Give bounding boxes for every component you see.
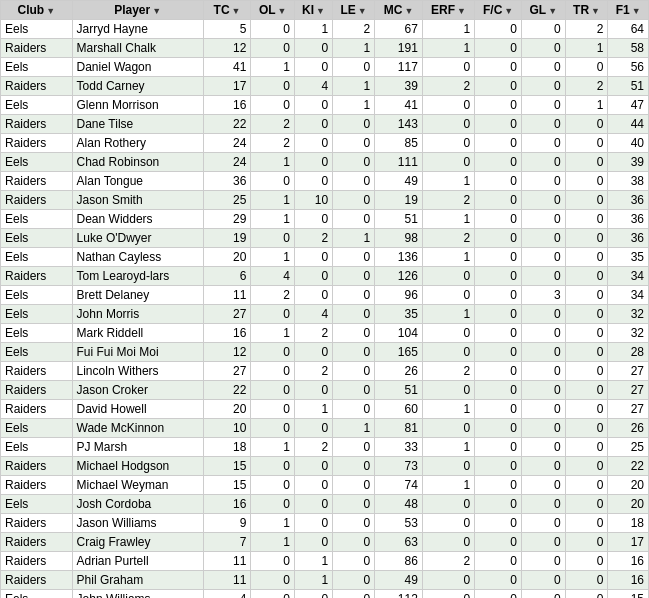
cell-ki: 1 [294, 571, 332, 590]
cell-ol: 0 [251, 362, 295, 381]
cell-le: 0 [333, 495, 375, 514]
cell-tr: 0 [565, 210, 608, 229]
cell-f1: 32 [608, 305, 649, 324]
cell-erf: 2 [422, 229, 474, 248]
cell-f1: 36 [608, 210, 649, 229]
table-row: RaidersMichael Hodgson1500073000022 [1, 457, 649, 476]
col-header-ol[interactable]: OL▼ [251, 1, 295, 20]
cell-ol: 0 [251, 343, 295, 362]
cell-le: 0 [333, 172, 375, 191]
cell-fc: 0 [475, 476, 522, 495]
cell-gl: 0 [522, 533, 566, 552]
cell-le: 0 [333, 153, 375, 172]
cell-ol: 0 [251, 229, 295, 248]
cell-f1: 44 [608, 115, 649, 134]
cell-le: 0 [333, 457, 375, 476]
cell-tc: 9 [203, 514, 251, 533]
cell-ki: 0 [294, 248, 332, 267]
cell-fc: 0 [475, 343, 522, 362]
cell-player: Dane Tilse [72, 115, 203, 134]
cell-club: Raiders [1, 400, 73, 419]
cell-erf: 0 [422, 419, 474, 438]
cell-player: Wade McKinnon [72, 419, 203, 438]
cell-gl: 0 [522, 324, 566, 343]
cell-tc: 7 [203, 533, 251, 552]
cell-le: 0 [333, 362, 375, 381]
cell-ol: 0 [251, 457, 295, 476]
cell-player: Luke O'Dwyer [72, 229, 203, 248]
cell-tc: 11 [203, 286, 251, 305]
cell-fc: 0 [475, 590, 522, 599]
cell-ol: 0 [251, 305, 295, 324]
col-header-player[interactable]: Player▼ [72, 1, 203, 20]
cell-fc: 0 [475, 552, 522, 571]
cell-mc: 111 [375, 153, 423, 172]
cell-tr: 0 [565, 590, 608, 599]
cell-tc: 12 [203, 343, 251, 362]
cell-tc: 36 [203, 172, 251, 191]
cell-mc: 41 [375, 96, 423, 115]
table-row: RaidersPhil Graham1101049000016 [1, 571, 649, 590]
cell-tc: 20 [203, 400, 251, 419]
cell-erf: 0 [422, 381, 474, 400]
table-row: RaidersAdrian Purtell1101086200016 [1, 552, 649, 571]
col-header-erf[interactable]: ERF▼ [422, 1, 474, 20]
cell-mc: 81 [375, 419, 423, 438]
cell-gl: 0 [522, 419, 566, 438]
col-header-tc[interactable]: TC▼ [203, 1, 251, 20]
col-header-ki[interactable]: KI▼ [294, 1, 332, 20]
cell-fc: 0 [475, 153, 522, 172]
col-header-tr[interactable]: TR▼ [565, 1, 608, 20]
cell-erf: 1 [422, 400, 474, 419]
cell-ki: 1 [294, 20, 332, 39]
cell-ki: 0 [294, 381, 332, 400]
col-header-fc[interactable]: F/C▼ [475, 1, 522, 20]
cell-le: 0 [333, 438, 375, 457]
cell-ol: 1 [251, 438, 295, 457]
cell-player: Tom Learoyd-lars [72, 267, 203, 286]
cell-ki: 0 [294, 419, 332, 438]
cell-f1: 25 [608, 438, 649, 457]
cell-tr: 0 [565, 267, 608, 286]
cell-fc: 0 [475, 514, 522, 533]
table-row: EelsFui Fui Moi Moi12000165000028 [1, 343, 649, 362]
cell-erf: 0 [422, 514, 474, 533]
cell-ol: 0 [251, 172, 295, 191]
cell-club: Eels [1, 96, 73, 115]
cell-tr: 0 [565, 324, 608, 343]
table-row: RaidersJason Croker2200051000027 [1, 381, 649, 400]
col-header-f1[interactable]: F1▼ [608, 1, 649, 20]
col-header-le[interactable]: LE▼ [333, 1, 375, 20]
cell-mc: 191 [375, 39, 423, 58]
cell-ki: 0 [294, 58, 332, 77]
table-row: RaidersTom Learoyd-lars6400126000034 [1, 267, 649, 286]
cell-f1: 34 [608, 286, 649, 305]
cell-le: 0 [333, 552, 375, 571]
cell-ki: 0 [294, 39, 332, 58]
cell-tc: 17 [203, 77, 251, 96]
cell-player: Chad Robinson [72, 153, 203, 172]
cell-ki: 0 [294, 343, 332, 362]
cell-f1: 47 [608, 96, 649, 115]
cell-f1: 15 [608, 590, 649, 599]
cell-tr: 0 [565, 476, 608, 495]
col-header-mc[interactable]: MC▼ [375, 1, 423, 20]
cell-mc: 49 [375, 172, 423, 191]
cell-fc: 0 [475, 533, 522, 552]
cell-mc: 117 [375, 58, 423, 77]
cell-fc: 0 [475, 400, 522, 419]
cell-fc: 0 [475, 286, 522, 305]
col-header-gl[interactable]: GL▼ [522, 1, 566, 20]
cell-f1: 18 [608, 514, 649, 533]
col-header-club[interactable]: Club▼ [1, 1, 73, 20]
cell-ol: 0 [251, 590, 295, 599]
cell-erf: 1 [422, 476, 474, 495]
table-row: EelsJosh Cordoba1600048000020 [1, 495, 649, 514]
cell-le: 0 [333, 134, 375, 153]
cell-mc: 104 [375, 324, 423, 343]
cell-erf: 0 [422, 267, 474, 286]
table-row: RaidersCraig Frawley710063000017 [1, 533, 649, 552]
sort-icon: ▼ [358, 6, 367, 16]
sort-icon: ▼ [632, 6, 641, 16]
cell-gl: 0 [522, 248, 566, 267]
